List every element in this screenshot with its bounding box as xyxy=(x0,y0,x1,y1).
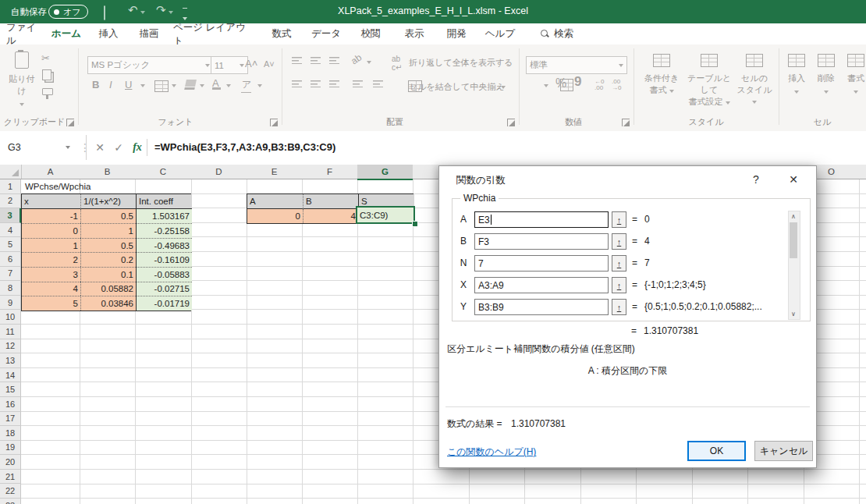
borders-caret-icon[interactable] xyxy=(172,84,176,87)
italic-button[interactable]: I xyxy=(109,79,112,91)
ok-button[interactable]: OK xyxy=(687,441,746,461)
tab-view[interactable]: 表示 xyxy=(398,23,431,44)
borders-icon[interactable] xyxy=(154,80,169,92)
tab-home[interactable]: ホーム xyxy=(48,23,84,47)
cell-f3[interactable]: 4 xyxy=(303,209,358,224)
delete-cells-button[interactable]: 削除 xyxy=(813,54,839,95)
scroll-thumb[interactable] xyxy=(790,222,797,258)
conditional-formatting-button[interactable]: 条件付き書式 xyxy=(641,54,682,96)
percent-style-icon[interactable]: % xyxy=(555,76,566,91)
phonetic-guide-icon[interactable]: ア xyxy=(242,78,251,91)
font-color-icon[interactable]: A xyxy=(212,77,219,89)
number-dialog-launcher[interactable] xyxy=(622,119,630,126)
fill-handle[interactable] xyxy=(412,221,418,227)
cell-e3[interactable]: 0 xyxy=(247,209,303,224)
row-header[interactable]: 17 xyxy=(0,412,21,427)
row-header[interactable]: 2 xyxy=(0,194,21,209)
tab-help[interactable]: ヘルプ xyxy=(482,23,518,44)
font-size-combo[interactable]: 11 xyxy=(211,56,248,74)
align-right-icon[interactable] xyxy=(329,80,339,87)
table1-header-x[interactable]: x xyxy=(22,194,80,209)
scroll-up-icon[interactable]: ∧ xyxy=(789,211,798,222)
cell-b4[interactable]: 1 xyxy=(80,223,136,238)
insert-function-icon[interactable]: fx xyxy=(128,135,147,160)
tab-data[interactable]: データ xyxy=(307,23,345,44)
bold-button[interactable]: B xyxy=(92,79,99,91)
increase-indent-icon[interactable] xyxy=(373,80,383,87)
cell-a8[interactable]: 4 xyxy=(22,282,80,296)
arg-n-input[interactable]: 7 xyxy=(474,255,609,272)
cell-c3[interactable]: 1.503167 xyxy=(136,209,192,224)
wrap-text-button[interactable]: 折り返して全体を表示する xyxy=(409,57,513,69)
merge-center-button[interactable]: セルを結合して中央揃え xyxy=(409,81,505,93)
tab-draw[interactable]: 描画 xyxy=(133,23,165,44)
format-cells-button[interactable]: 書式 xyxy=(843,54,866,95)
cell-c6[interactable]: -0.16109 xyxy=(136,252,192,267)
format-painter-icon[interactable] xyxy=(42,88,53,95)
cell-c4[interactable]: -0.25158 xyxy=(136,223,192,238)
cell-a7[interactable]: 3 xyxy=(22,267,80,282)
cell-b5[interactable]: 0.5 xyxy=(80,238,136,253)
paste-button[interactable]: 貼り付け xyxy=(6,51,37,108)
align-left-icon[interactable] xyxy=(292,80,302,87)
cell-b9[interactable]: 0.03846 xyxy=(80,296,136,311)
arg-a-input[interactable]: E3 xyxy=(474,211,609,228)
font-name-combo[interactable]: MS Pゴシック xyxy=(87,56,214,74)
cell-styles-button[interactable]: セルのスタイル xyxy=(736,54,772,105)
number-format-combo[interactable]: 標準 xyxy=(526,56,627,74)
row-header[interactable]: 21 xyxy=(0,470,21,484)
alignment-dialog-launcher[interactable] xyxy=(507,119,515,126)
collapse-dialog-icon[interactable]: ↑ xyxy=(612,233,626,250)
name-box-caret-icon[interactable] xyxy=(66,146,70,149)
align-center-icon[interactable] xyxy=(311,80,321,87)
row-header[interactable]: 14 xyxy=(0,368,21,383)
column-header-a[interactable]: A xyxy=(21,165,80,179)
row-header[interactable]: 13 xyxy=(0,353,21,368)
row-header[interactable]: 18 xyxy=(0,426,21,441)
cell-a1[interactable]: WPchse/Wpchia xyxy=(23,179,179,193)
row-header[interactable]: 15 xyxy=(0,382,21,397)
collapse-dialog-icon[interactable]: ↑ xyxy=(612,277,626,293)
help-icon[interactable]: ? xyxy=(741,166,771,193)
table1-header-coeff[interactable]: Int. coeff xyxy=(136,194,192,209)
wrap-text-icon[interactable]: abc↵ xyxy=(392,55,402,72)
accounting-caret-icon[interactable] xyxy=(544,84,548,87)
row-header[interactable]: 11 xyxy=(0,325,21,339)
column-header-d[interactable]: D xyxy=(191,165,247,179)
cell-a3[interactable]: -1 xyxy=(22,209,80,224)
cell-a4[interactable]: 0 xyxy=(22,223,80,238)
increase-decimal-icon[interactable]: ←0.00 xyxy=(594,79,604,91)
column-header-c[interactable]: C xyxy=(135,165,191,179)
function-help-link[interactable]: この関数のヘルプ(H) xyxy=(447,445,536,459)
argument-scrollbar[interactable]: ∧ ∨ xyxy=(788,211,800,320)
row-header[interactable]: 16 xyxy=(0,397,21,412)
decrease-decimal-icon[interactable]: .00→0 xyxy=(612,79,621,91)
fill-color-caret-icon[interactable] xyxy=(200,84,204,87)
row-header-selected[interactable]: 3 xyxy=(0,208,21,223)
arg-x-input[interactable]: A3:A9 xyxy=(474,277,609,293)
table1-header-fx[interactable]: 1/(1+x^2) xyxy=(80,194,136,209)
cell-c7[interactable]: -0.05883 xyxy=(136,267,192,282)
increase-font-icon[interactable]: A˄ xyxy=(245,58,257,69)
column-header-g[interactable]: G xyxy=(357,165,413,180)
scroll-down-icon[interactable]: ∨ xyxy=(789,309,798,319)
fill-color-icon[interactable] xyxy=(185,80,197,87)
cell-a6[interactable]: 2 xyxy=(22,252,80,267)
column-header-b[interactable]: B xyxy=(80,165,135,179)
cancel-button[interactable]: キャンセル xyxy=(754,441,813,461)
formula-text[interactable]: =WPchia(E3,F3,7,A3:A9,B3:B9,C3:C9) xyxy=(154,141,335,153)
decrease-indent-icon[interactable] xyxy=(353,80,363,87)
row-header[interactable]: 23 xyxy=(0,499,21,504)
cell-b6[interactable]: 0.2 xyxy=(80,252,136,267)
cell-c8[interactable]: -0.02715 xyxy=(136,282,192,296)
format-as-table-button[interactable]: テーブルとして書式設定 xyxy=(685,54,733,108)
tab-page-layout[interactable]: ページ レイアウト xyxy=(173,23,248,44)
confirm-entry-icon[interactable]: ✓ xyxy=(109,135,128,160)
clipboard-dialog-launcher[interactable] xyxy=(66,119,74,126)
align-middle-icon[interactable] xyxy=(311,57,321,64)
orientation-caret-icon[interactable] xyxy=(367,61,371,64)
cut-icon[interactable]: ✂ xyxy=(41,52,50,64)
cell-b3[interactable]: 0.5 xyxy=(80,209,136,224)
row-header[interactable]: 1 xyxy=(0,179,21,194)
row-header[interactable]: 8 xyxy=(0,281,21,296)
